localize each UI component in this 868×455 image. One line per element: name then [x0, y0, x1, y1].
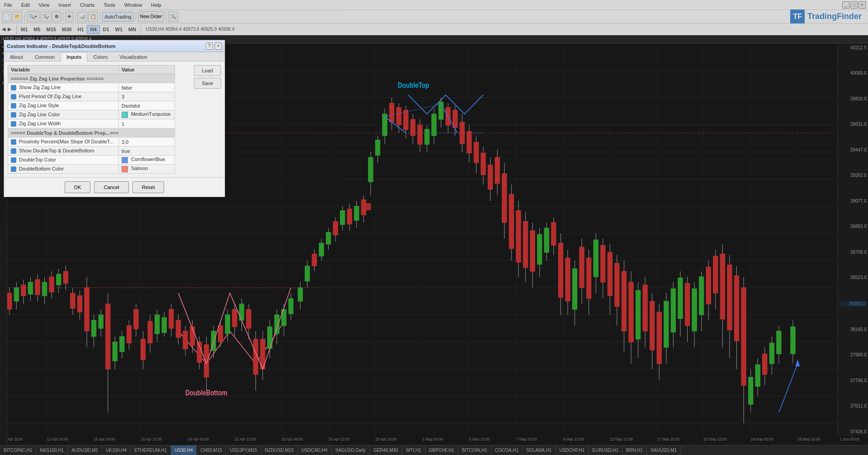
tab-visualization[interactable]: Visualization [113, 52, 153, 62]
row-icon [11, 94, 16, 100]
ok-button[interactable]: OK [65, 181, 91, 193]
cancel-button[interactable]: Cancel [94, 181, 128, 193]
tab-common[interactable]: Common [29, 52, 61, 62]
table-row[interactable]: Show Zig Zag Line false [8, 83, 175, 92]
row-icon [11, 148, 16, 154]
dialog-close-btn[interactable]: × [215, 43, 222, 50]
row-icon [11, 121, 16, 127]
val-line-color[interactable]: MediumTurquoise [118, 110, 175, 119]
var-show-dt-db: Show DoubleTop & DoubleBottom [8, 147, 119, 156]
col-value: Value [118, 66, 175, 74]
dialog-help-btn[interactable]: ? [206, 43, 213, 50]
color-swatch-salmon [122, 166, 128, 172]
table-row: ====== Zig Zag Line Propertise ====== [8, 74, 175, 83]
tab-inputs[interactable]: Inputs [61, 52, 87, 62]
row-icon [11, 139, 16, 145]
table-row: ===== DoubleTop & DoubleBottom Prop...==… [8, 128, 175, 137]
var-pivot-period: Pivot Period Of Zig Zag Line [8, 92, 119, 101]
table-row[interactable]: Pivot Period Of Zig Zag Line 3 [8, 92, 175, 101]
table-row[interactable]: DoubleTop Color CornflowerBlue [8, 156, 175, 165]
indicator-dialog: Custom Indicator - DoubleTop&DoubleBotto… [4, 40, 225, 197]
val-line-style[interactable]: Dashdot [118, 101, 175, 110]
platform: File Edit View Insert Charts Tools Windo… [0, 0, 868, 455]
var-dt-color: DoubleTop Color [8, 156, 119, 165]
dialog-tabs: About Common Inputs Colors Visualization [4, 52, 225, 62]
save-button[interactable]: Save [194, 78, 221, 89]
dialog-side-buttons: Load Save [194, 65, 221, 89]
var-show-zigzag: Show Zig Zag Line [8, 83, 119, 92]
val-db-color[interactable]: Salmon [118, 165, 175, 174]
val-show-zigzag[interactable]: false [118, 83, 175, 92]
table-row[interactable]: Zig Zag Line Style Dashdot [8, 101, 175, 110]
dialog-footer: OK Cancel Reset [4, 177, 225, 197]
var-line-style: Zig Zag Line Style [8, 101, 119, 110]
dialog-title: Custom Indicator - DoubleTop&DoubleBotto… [7, 43, 116, 49]
row-icon [11, 85, 16, 90]
table-row[interactable]: Zig Zag Line Color MediumTurquoise [8, 110, 175, 119]
dialog-inner: Variable Value ====== Zig Zag Line Prope… [8, 65, 221, 174]
tab-colors[interactable]: Colors [87, 52, 113, 62]
var-proximity: Proximity Percent(Max Slope Of DoubleT..… [8, 137, 119, 147]
dialog-controls: ? × [206, 43, 222, 50]
val-line-width[interactable]: 1 [118, 119, 175, 128]
table-row[interactable]: DoubleBottom Color Salmon [8, 165, 175, 174]
table-row[interactable]: Show DoubleTop & DoubleBottom true [8, 147, 175, 156]
val-dt-color[interactable]: CornflowerBlue [118, 156, 175, 165]
row-header-dt-db: ===== DoubleTop & DoubleBottom Prop...==… [8, 128, 175, 137]
load-button[interactable]: Load [194, 65, 221, 76]
color-swatch-turquoise [122, 112, 128, 118]
val-proximity[interactable]: 3.0 [118, 137, 175, 147]
row-icon [11, 166, 16, 172]
params-table: Variable Value ====== Zig Zag Line Prope… [8, 65, 175, 174]
table-row[interactable]: Zig Zag Line Width 1 [8, 119, 175, 128]
var-db-color: DoubleBottom Color [8, 165, 119, 174]
var-line-color: Zig Zag Line Color [8, 110, 119, 119]
val-show-dt-db[interactable]: true [118, 147, 175, 156]
row-header-zigzag: ====== Zig Zag Line Propertise ====== [8, 74, 175, 83]
row-icon [11, 112, 16, 118]
color-swatch-cornflower [122, 157, 128, 163]
tab-about[interactable]: About [4, 52, 29, 62]
row-icon [11, 103, 16, 109]
row-icon [11, 157, 16, 163]
val-pivot-period[interactable]: 3 [118, 92, 175, 101]
dialog-content: Variable Value ====== Zig Zag Line Prope… [4, 62, 225, 177]
reset-button[interactable]: Reset [132, 181, 165, 193]
col-variable: Variable [8, 66, 119, 74]
modal-overlay: Custom Indicator - DoubleTop&DoubleBotto… [0, 0, 868, 455]
var-line-width: Zig Zag Line Width [8, 119, 119, 128]
table-row[interactable]: Proximity Percent(Max Slope Of DoubleT..… [8, 137, 175, 147]
dialog-titlebar[interactable]: Custom Indicator - DoubleTop&DoubleBotto… [4, 40, 225, 52]
